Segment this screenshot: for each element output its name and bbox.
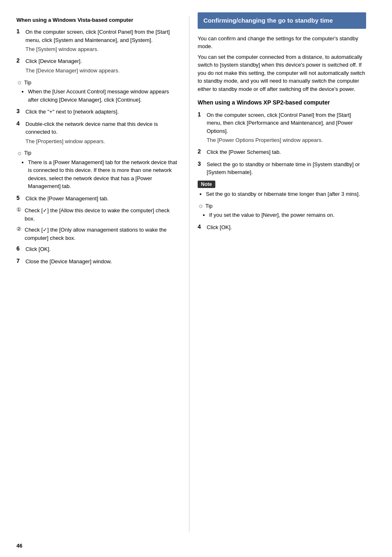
right-step-number-2: 2	[198, 148, 207, 155]
right-tip-header: ☼ Tip	[198, 202, 366, 209]
right-step-number-3: 3	[198, 160, 207, 167]
step-content-3: Click the "+" next to [network adapters]…	[25, 108, 181, 116]
tip-list-2: There is a [Power Management] tab for th…	[16, 158, 181, 190]
right-tip-list-item: If you set the value to [Never], the pow…	[209, 211, 366, 219]
left-section-title: When using a Windows Vista-based compute…	[16, 16, 181, 24]
circled-step-2: ② Check [✓] the [Only allow management s…	[16, 226, 181, 242]
step-number-6: 6	[16, 245, 25, 252]
right-step-4: 4 Click [OK].	[198, 223, 366, 232]
circled-num-2: ②	[16, 226, 25, 232]
tip-header-2: ☼ Tip	[16, 149, 181, 157]
circled-step-1: ① Check [✓] the [Allow this device to wa…	[16, 207, 181, 223]
tip-icon-2: ☼	[16, 149, 23, 157]
step-number-5: 5	[16, 195, 25, 201]
tip-list-item: When the [User Account Control] message …	[28, 88, 181, 104]
right-section-header: Confirming/changing the go to standby ti…	[198, 12, 366, 29]
step-content-6: Click [OK].	[25, 245, 181, 253]
right-step-content-1: On the computer screen, click [Control P…	[207, 111, 366, 144]
tip-list-item-2: There is a [Power Management] tab for th…	[28, 158, 181, 190]
left-step-1: 1 On the computer screen, click [Control…	[16, 28, 181, 53]
step-content-1: On the computer screen, click [Control P…	[25, 28, 181, 53]
right-step-1: 1 On the computer screen, click [Control…	[198, 111, 366, 144]
right-tip-icon: ☼	[198, 202, 204, 209]
tip-icon-1: ☼	[16, 79, 23, 86]
tip-list-1: When the [User Account Control] message …	[16, 88, 181, 104]
right-intro-1: You can confirm and change the settings …	[198, 35, 366, 51]
right-step-content-2: Click the [Power Schemes] tab.	[207, 148, 366, 156]
page-container: When using a Windows Vista-based compute…	[0, 0, 392, 557]
right-subsection-title: When using a Windows XP SP2-based comput…	[198, 99, 366, 107]
tip-header-1: ☼ Tip	[16, 79, 181, 86]
note-list: Set the go to standby or hibernate time …	[198, 190, 366, 198]
right-step-note-1: The [Power Options Properties] window ap…	[207, 137, 366, 144]
right-step-content-4: Click [OK].	[207, 223, 366, 232]
left-step-4: 4 Double-click the network device name t…	[16, 120, 181, 145]
note-list-item: Set the go to standby or hibernate time …	[206, 190, 366, 198]
right-note-block: Note Set the go to standby or hibernate …	[198, 181, 366, 198]
step-number-3: 3	[16, 108, 25, 114]
left-step-6: 6 Click [OK].	[16, 245, 181, 253]
right-step-2: 2 Click the [Power Schemes] tab.	[198, 148, 366, 156]
left-column: When using a Windows Vista-based compute…	[0, 8, 189, 541]
left-step-2: 2 Click [Device Manager]. The [Device Ma…	[16, 57, 181, 74]
step-content-5: Click the [Power Management] tab.	[25, 195, 181, 203]
step-note-4: The [Properties] window appears.	[25, 138, 181, 145]
right-intro-2: You can set the computer connected from …	[198, 53, 366, 93]
left-step-5: 5 Click the [Power Management] tab.	[16, 195, 181, 203]
circled-content-2: Check [✓] the [Only allow management sta…	[25, 226, 181, 242]
step-number-2: 2	[16, 57, 25, 64]
step-content-7: Close the [Device Manager] window.	[25, 258, 181, 266]
left-step-7: 7 Close the [Device Manager] window.	[16, 258, 181, 266]
right-step-content-3: Select the go to standby or hibernate ti…	[207, 160, 366, 176]
step-note-1: The [System] window appears.	[25, 46, 181, 53]
right-step-number-4: 4	[198, 223, 207, 230]
right-column: Confirming/changing the go to standby ti…	[189, 8, 378, 541]
left-tip-2: ☼ Tip There is a [Power Management] tab …	[16, 149, 181, 190]
left-tip-1: ☼ Tip When the [User Account Control] me…	[16, 79, 181, 104]
note-label: Note	[198, 181, 215, 188]
step-number-1: 1	[16, 28, 25, 35]
right-tip-list: If you set the value to [Never], the pow…	[198, 211, 366, 219]
circled-content-1: Check [✓] the [Allow this device to wake…	[25, 207, 181, 223]
right-header-title: Confirming/changing the go to standby ti…	[203, 16, 360, 25]
step-note-2: The [Device Manager] window appears.	[25, 67, 181, 74]
step-content-4: Double-click the network device name tha…	[25, 120, 181, 145]
step-content-2: Click [Device Manager]. The [Device Mana…	[25, 57, 181, 74]
right-tip: ☼ Tip If you set the value to [Never], t…	[198, 202, 366, 219]
step-number-4: 4	[16, 120, 25, 127]
right-step-number-1: 1	[198, 111, 207, 118]
step-number-7: 7	[16, 258, 25, 264]
left-step-3: 3 Click the "+" next to [network adapter…	[16, 108, 181, 116]
right-step-3: 3 Select the go to standby or hibernate …	[198, 160, 366, 176]
page-number: 46	[16, 543, 22, 549]
circled-num-1: ①	[16, 207, 25, 213]
